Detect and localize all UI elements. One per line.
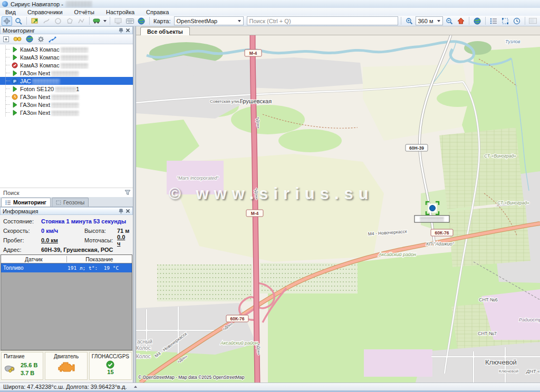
monitoring-toolbar [0, 34, 133, 44]
vehicle-name: JAC [20, 78, 31, 84]
vehicle-row[interactable]: ГАЗон Next ▒▒▒▒▒▒▒▒▒ [0, 101, 133, 109]
map-label-st-vinograd: СТ «Виноград» [484, 153, 516, 159]
vehicle-menu-button[interactable] [92, 16, 107, 26]
vehicle-icon [93, 18, 102, 24]
map-area: Все объекты [136, 26, 540, 383]
menu-help[interactable]: Справка [146, 9, 169, 15]
settings-button[interactable] [37, 36, 44, 43]
vehicle-row[interactable]: КамАЗ Компас ▒▒▒▒▒▒▒▒▒ [0, 45, 133, 53]
coordinates-readout: Широта: 47.43238°с.ш. Долгота: 39.96423°… [3, 384, 127, 390]
vehicle-plate-redacted: ▒▒▒▒▒▒▒▒▒ [51, 70, 79, 76]
map-label-kolos: Колос [136, 354, 151, 359]
map-tab-all-objects[interactable]: Все объекты [140, 27, 190, 35]
app-logo-icon [2, 1, 8, 7]
show-on-map-button[interactable] [30, 16, 40, 26]
power-label: Питание [4, 354, 41, 359]
vehicle-plate-redacted: ▒▒▒▒▒▒▒▒▒ [51, 94, 79, 100]
menu-settings[interactable]: Настройка [106, 9, 134, 15]
tab-geozones[interactable]: Геозоны [52, 198, 89, 207]
vehicle-name: ГАЗон Next [20, 94, 50, 100]
vehicle-name: КамАЗ Компас [20, 46, 60, 53]
close-icon[interactable] [126, 209, 130, 213]
map-label-krasny: асный [137, 339, 152, 345]
vehicle-row[interactable]: ГАЗон Next ▒▒▒▒▒▒▒▒▒ [0, 109, 133, 116]
vehicle-search-input[interactable] [2, 189, 122, 197]
pin-icon[interactable] [119, 209, 123, 214]
sensor-row-selected[interactable]: Топливо 191 л; t°: 19 °C [1, 263, 132, 272]
expand-all-button[interactable] [3, 36, 9, 42]
state-label: Состояние: [3, 218, 41, 224]
home-position-button[interactable] [456, 16, 466, 26]
motohours-label: Моточасы: [84, 237, 117, 243]
history-button[interactable] [512, 16, 522, 26]
polygon-geozone-button[interactable] [64, 16, 75, 26]
track-points-button[interactable] [49, 36, 56, 43]
vehicle-tree: КамАЗ Компас ▒▒▒▒▒▒▒▒▒ КамАЗ Компас ▒▒▒▒… [0, 44, 133, 188]
globe-button[interactable] [26, 35, 33, 43]
global-search-input[interactable] [247, 16, 398, 25]
filter-icon[interactable] [124, 190, 131, 195]
polyline-icon [78, 17, 85, 25]
tab-monitoring[interactable]: Мониторинг [1, 198, 51, 207]
tree-connector [6, 57, 10, 57]
zoom-tool-button[interactable] [13, 16, 24, 26]
tab-label: Мониторинг [13, 199, 46, 205]
select-area-button[interactable] [500, 16, 510, 26]
polyline-geozone-button[interactable] [76, 16, 86, 26]
vehicle-row[interactable]: ГАЗон Next ▒▒▒▒▒▒▒▒▒ [0, 93, 133, 101]
panel-view-button[interactable] [113, 16, 123, 26]
menu-view[interactable]: Вид [5, 9, 16, 15]
power-backup-voltage: 3.7 В [21, 370, 37, 376]
window-title-redacted: ▒▒▒▒▒▒▒▒ [66, 1, 92, 7]
map-label-klyuchevoy-small: Ключевой [499, 369, 518, 374]
track-button[interactable] [41, 16, 52, 26]
vehicle-row[interactable]: ГАЗон Next ▒▒▒▒▒▒▒▒▒ [0, 69, 133, 77]
panel-icon [529, 18, 537, 24]
statusbar-expand-icon[interactable] [134, 386, 137, 388]
altitude-value: 71 м [117, 228, 129, 234]
legend-button[interactable] [488, 16, 499, 26]
vehicle-row[interactable]: КамАЗ Компас ▒▒▒▒▒▒▒▒▒ [0, 53, 133, 61]
zoom-in-icon [406, 17, 413, 25]
zoom-in-button[interactable] [404, 16, 414, 26]
motohours-value[interactable]: 0.0 ч [117, 234, 130, 247]
close-icon[interactable] [126, 28, 130, 33]
altitude-label: Высота: [84, 228, 117, 234]
column-value: Показание [67, 256, 132, 262]
vehicle-name: ГАЗон Next [20, 70, 50, 76]
title-bar: Сириус Навигатор - ▒▒▒▒▒▒▒▒ [0, 0, 540, 8]
vehicle-row[interactable]: Foton SE120 ▒▒▒▒▒▒▒1 [0, 85, 133, 93]
menu-reports[interactable]: Отчёты [74, 9, 94, 15]
map-shield-60k76: 60К-76 [230, 316, 245, 321]
keyboard-button[interactable] [124, 16, 135, 26]
minimap-button[interactable] [528, 16, 538, 26]
status-offline-icon [12, 62, 18, 68]
map-canvas[interactable]: Советская улица Грушевская Тузлов "Mars … [136, 35, 540, 383]
map-scale-select[interactable]: 360 м [416, 16, 443, 25]
vehicle-plate-redacted: ▒▒▒▒▒▒▒▒▒ [61, 54, 88, 60]
menu-directories[interactable]: Справочники [27, 9, 63, 15]
mileage-value[interactable]: 0.0 км [41, 237, 79, 243]
map-shield-m4: М-4 [251, 211, 259, 216]
pan-tool-button[interactable] [2, 16, 12, 26]
globe-button[interactable] [136, 16, 147, 26]
power-plug-icon [4, 363, 17, 375]
pin-icon[interactable] [119, 28, 123, 33]
zoom-out-button[interactable] [444, 16, 455, 26]
list-icon [490, 18, 497, 24]
tree-connector [6, 49, 10, 50]
vehicle-plate-redacted: ▒▒▒▒▒▒▒▒▒ [51, 102, 79, 107]
vehicle-suffix: 1 [76, 86, 79, 92]
map-label-klyuchevoy: Ключевой [485, 358, 517, 366]
map-select[interactable]: OpenStreetMap [174, 16, 244, 25]
sidebar-tabs: Мониторинг Геозоны [0, 197, 133, 207]
vehicle-row[interactable]: КамАЗ Компас ▒▒▒▒▒▒▒▒▒ [0, 61, 133, 69]
vehicle-name: КамАЗ Компас [20, 62, 60, 68]
vehicle-row-selected[interactable]: PJAC▒▒▒▒▒▒▒▒▒ [0, 77, 133, 85]
status-moving-icon [12, 46, 18, 53]
track-icon [43, 17, 50, 25]
circle-geozone-button[interactable] [53, 16, 63, 26]
find-vehicle-button[interactable] [13, 36, 22, 42]
monitor-icon [114, 18, 122, 24]
map-objects-button[interactable] [472, 16, 483, 26]
